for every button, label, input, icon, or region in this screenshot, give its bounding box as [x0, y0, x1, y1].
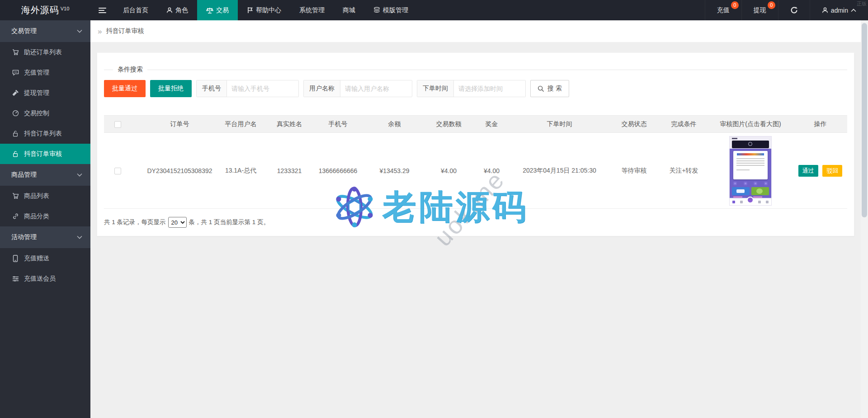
- nav-item-label: 角色: [175, 6, 188, 14]
- phone-input[interactable]: [227, 80, 298, 97]
- cell-status: 等待审核: [608, 133, 660, 209]
- play-icon: [748, 142, 752, 146]
- brand-version: V10: [61, 6, 70, 11]
- table-row: DY2304152105308392 13.1A-总代 1233321 1366…: [104, 133, 847, 209]
- username-input[interactable]: [340, 80, 412, 97]
- sidebar-item-goods-category[interactable]: 商品分类: [0, 206, 90, 226]
- withdraw-label: 提现: [754, 6, 766, 14]
- cell-bonus: ¥4.00: [472, 133, 511, 209]
- page-size-select[interactable]: 20: [168, 217, 187, 228]
- sidebar-item-douyin-order-list[interactable]: 抖音订单列表: [0, 123, 90, 144]
- gavel-icon: [12, 89, 19, 96]
- col-header-actions: 操作: [793, 116, 847, 133]
- nav-item-label: 模版管理: [383, 6, 408, 14]
- review-image-thumbnail[interactable]: [730, 136, 771, 205]
- sidebar: 交易管理 助还订单列表 充值管理 提现管理 交易控制 抖音订单列表 抖音订单审核…: [0, 20, 90, 418]
- sidebar-item-label: 充值送会员: [24, 275, 56, 283]
- nav-item-label: 商城: [343, 6, 355, 14]
- sidebar-item-trade-control[interactable]: 交易控制: [0, 103, 90, 123]
- col-header-real-name: 真实姓名: [267, 116, 312, 133]
- col-header-review-image: 审核图片(点击看大图): [708, 116, 793, 133]
- sidebar-group-trade[interactable]: 交易管理: [0, 20, 90, 42]
- nav-item-template[interactable]: 模版管理: [364, 0, 417, 20]
- sidebar-group-label: 商品管理: [11, 171, 37, 179]
- pagination-prefix: 共 1 条记录，每页显示: [104, 218, 166, 226]
- phone-icon: [12, 255, 19, 262]
- user-icon: [822, 7, 828, 14]
- recharge-badge: 0: [731, 1, 739, 9]
- scrollbar-thumb[interactable]: [862, 23, 867, 217]
- sidebar-item-withdraw-manage[interactable]: 提现管理: [0, 83, 90, 103]
- search-toolbar: 批量通过 批量拒绝 手机号 用户名称 下单时间 搜 索: [104, 80, 847, 97]
- brand-logo[interactable]: 海外源码 V10: [0, 0, 90, 20]
- col-header-status: 交易状态: [608, 116, 660, 133]
- recharge-button[interactable]: 充值 0: [705, 0, 741, 20]
- recharge-label: 充值: [717, 6, 730, 14]
- sidebar-toggle-button[interactable]: [90, 0, 114, 20]
- thumb-video-bar: [732, 141, 769, 148]
- chevron-down-icon: [77, 235, 82, 239]
- reject-button[interactable]: 驳回: [822, 165, 842, 177]
- thumb-caption: [732, 138, 737, 139]
- user-label: admin: [831, 7, 848, 14]
- thumb-product-row: [732, 187, 769, 195]
- nav-item-label: 系统管理: [299, 6, 325, 14]
- user-icon: [166, 7, 173, 14]
- corner-watermark: 正版: [857, 0, 867, 7]
- batch-approve-button[interactable]: 批量通过: [104, 80, 146, 97]
- sidebar-item-goods-list[interactable]: 商品列表: [0, 186, 90, 206]
- double-angle-right-icon: »: [98, 28, 102, 35]
- sidebar-item-label: 充值管理: [24, 69, 49, 77]
- withdraw-button[interactable]: 提现 0: [741, 0, 778, 20]
- col-header-phone: 手机号: [312, 116, 364, 133]
- chevron-down-icon: [77, 173, 82, 177]
- hamburger-icon: [99, 7, 106, 14]
- nav-item-label: 后台首页: [123, 6, 148, 14]
- refresh-button[interactable]: [778, 0, 810, 20]
- username-filter-group: 用户名称: [303, 80, 412, 97]
- approve-button[interactable]: 通过: [798, 165, 818, 177]
- orders-table: 订单号 平台用户名 真实姓名 手机号 余额 交易数额 奖金 下单时间 交易状态 …: [104, 115, 847, 209]
- ordertime-label: 下单时间: [417, 80, 454, 97]
- gauge-icon: [12, 110, 19, 117]
- search-icon: [538, 85, 544, 92]
- search-fieldset: 条件搜索: [104, 66, 847, 74]
- sidebar-group-activity[interactable]: 活动管理: [0, 226, 90, 248]
- flag-icon: [247, 7, 253, 14]
- refresh-icon: [790, 6, 798, 14]
- pagination: 共 1 条记录，每页显示 20 条，共 1 页当前显示第 1 页。: [104, 217, 847, 228]
- unlock-icon: [12, 130, 19, 137]
- phone-label: 手机号: [197, 80, 227, 97]
- sidebar-group-label: 活动管理: [11, 233, 37, 241]
- scrollbar-track: [861, 20, 868, 418]
- row-checkbox[interactable]: [114, 168, 121, 174]
- content-card: 条件搜索 批量通过 批量拒绝 手机号 用户名称 下单时间 搜 索: [97, 52, 854, 236]
- nav-item-system[interactable]: 系统管理: [290, 0, 334, 20]
- select-all-checkbox[interactable]: [114, 121, 121, 128]
- nav-item-mall[interactable]: 商城: [334, 0, 364, 20]
- sidebar-group-goods[interactable]: 商品管理: [0, 164, 90, 186]
- pagination-suffix: 条，共 1 页当前显示第 1 页。: [189, 218, 270, 226]
- nav-item-role[interactable]: 角色: [157, 0, 197, 20]
- ordertime-input[interactable]: [454, 80, 525, 97]
- batch-reject-button[interactable]: 批量拒绝: [150, 80, 192, 97]
- sidebar-item-label: 商品分类: [24, 212, 49, 221]
- sidebar-item-recharge-manage[interactable]: 充值管理: [0, 62, 90, 83]
- nav-item-help[interactable]: 帮助中心: [238, 0, 290, 20]
- chevron-up-icon: [851, 9, 856, 12]
- layers-icon: [373, 7, 380, 14]
- nav-item-trade[interactable]: 交易: [197, 0, 238, 20]
- nav-item-label: 交易: [216, 6, 229, 14]
- sidebar-item-label: 商品列表: [24, 192, 49, 200]
- nav-item-home[interactable]: 后台首页: [114, 0, 157, 20]
- sidebar-item-recharge-gift[interactable]: 充值赠送: [0, 248, 90, 268]
- sidebar-item-assist-order-list[interactable]: 助还订单列表: [0, 42, 90, 62]
- sidebar-item-douyin-order-review[interactable]: 抖音订单审核: [0, 144, 90, 164]
- thumb-bottom-nav: [730, 199, 771, 205]
- sidebar-item-recharge-member[interactable]: 充值送会员: [0, 268, 90, 289]
- navbar-right: 充值 0 提现 0 admin: [705, 0, 868, 20]
- col-header-order-time: 下单时间: [511, 116, 608, 133]
- cell-order-time: 2023年04月15日 21:05:30: [511, 133, 608, 209]
- search-button[interactable]: 搜 索: [530, 80, 569, 97]
- cart-icon: [12, 49, 19, 56]
